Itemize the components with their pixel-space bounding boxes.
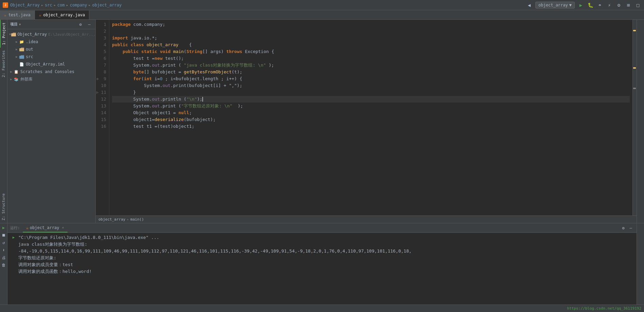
console-output: ▶"C:\Program Files\Java\jdk1.8.0_111\bin… (7, 233, 637, 305)
console-text-0: "C:\Program Files\Java\jdk1.8.0_111\bin\… (18, 234, 159, 241)
scratches-label: Scratches and Consoles (20, 69, 95, 74)
code-line-14: Object object1 = null; (112, 109, 630, 116)
svg-rect-2 (11, 33, 16, 36)
console-line-1: java class对象转换为字节数组: (10, 241, 634, 248)
tree-iml[interactable]: ▶ 📄 Object_Array.iml (7, 60, 95, 68)
structure-tab-bottom[interactable]: Z: Structure (0, 191, 7, 223)
layout-icon[interactable]: ⊞ (625, 2, 632, 8)
iml-label: Object_Array.iml (26, 62, 95, 67)
breadcrumb-root[interactable]: Object_Array (10, 3, 40, 7)
code-line-6: test t =new test(); (112, 55, 630, 62)
console-tab-icon: ☕ (26, 225, 29, 230)
code-container: 123▶4▶5678◇910▷111213141516 package com.… (96, 20, 637, 215)
code-line-3: import java.io.*; (112, 35, 630, 41)
line-number-3: 3 (96, 35, 109, 41)
line-number-2: 2 (96, 28, 109, 35)
editor-area: 123▶4▶5678◇910▷111213141516 package com.… (96, 20, 637, 223)
breadcrumb: Object_Array ▸ src ▸ com ▸ company ▸ obj… (10, 3, 122, 7)
code-line-2 (112, 28, 630, 35)
left-tabs: 1: Project 2: Favorites Z: Structure (0, 20, 7, 223)
folder-icon (11, 32, 16, 37)
sidebar-header: 项目 ▼ ⚙ — (7, 20, 95, 29)
tab-test[interactable]: ☕ test.java (0, 11, 35, 19)
console-line-2: -84,-19,0,5,115,114,0,16,99,111,109,46,9… (10, 248, 634, 255)
status-bar: https://blog.csdn.net/qq_36119192 (0, 305, 644, 312)
run-label: 运行: (10, 225, 20, 230)
console-settings-icon[interactable]: ⚙ (620, 225, 626, 231)
top-bar-left: J Object_Array ▸ src ▸ com ▸ company ▸ o… (3, 2, 122, 8)
bottom-right-icons (637, 223, 644, 305)
java-icon: ☕ (4, 13, 6, 17)
tree-idea[interactable]: ▶ 📁 .idea (7, 38, 95, 46)
code-line-11: } (112, 89, 630, 96)
breadcrumb-src[interactable]: src (45, 3, 52, 7)
code-line-13: System.out.print ("字节数组还原对象: \n" ); (112, 103, 630, 109)
debug-button[interactable]: 🐛 (587, 2, 594, 8)
console-text-2: -84,-19,0,5,115,114,0,16,99,111,109,46,9… (18, 248, 411, 255)
tree-src[interactable]: ▶ src (7, 53, 95, 60)
code-content[interactable]: package com.company;import java.io.*;pub… (109, 20, 632, 215)
right-indicator-bar (632, 20, 637, 215)
top-bar-right: ◀ object_array ▼ ▶ 🐛 ☂ ⚡ ⚙ ⊞ □ (526, 2, 641, 8)
sidebar: 项目 ▼ ⚙ — ▼ Object_Array E:\Java\Object_A… (7, 20, 96, 223)
out-icon (19, 47, 24, 52)
console-text-5: 调用对象的成员变量：test (18, 261, 73, 268)
tab-bar: ☕ test.java ☕ object_array.java (0, 10, 644, 20)
iml-icon: 📄 (19, 62, 24, 67)
sidebar-title-label: 项目 (10, 22, 18, 27)
run-icon[interactable]: ▶ (1, 225, 7, 231)
maximize-icon[interactable]: □ (634, 2, 641, 8)
line-number-10: 10 (96, 82, 109, 89)
console-text-1: java class对象转换为字节数组: (18, 241, 87, 248)
breadcrumb-com[interactable]: com (57, 3, 65, 7)
print-icon[interactable]: 🖨 (1, 255, 7, 261)
warning-indicator (633, 67, 636, 69)
console-tab[interactable]: ☕ object_array ✕ (23, 224, 68, 232)
svg-rect-4 (19, 56, 24, 59)
run-config-dropdown[interactable]: object_array ▼ (535, 2, 575, 8)
line-number-4: ▶4 (96, 41, 109, 48)
code-line-16: test t1 =(test)object1; (112, 123, 630, 130)
src-icon (19, 54, 24, 59)
profile-button[interactable]: ⚡ (606, 2, 613, 8)
root-label: Object_Array (17, 32, 47, 37)
console-tab-close[interactable]: ✕ (62, 226, 64, 229)
trash-icon[interactable]: 🗑 (1, 262, 7, 268)
status-url[interactable]: https://blog.csdn.net/qq_36119192 (567, 306, 641, 311)
horizontal-layout: 1: Project 2: Favorites Z: Structure 项目 … (0, 20, 644, 223)
code-line-12: System.out.println ("\n"); (112, 96, 630, 103)
main-content: ☕ test.java ☕ object_array.java 1: Proje… (0, 10, 644, 312)
project-tab[interactable]: 1: Project (0, 20, 7, 48)
src-label: src (26, 54, 95, 59)
favorites-tab[interactable]: 2: Favorites (0, 48, 7, 80)
bottom-panel: ▶ ⏹ ↺ ⬇ 🖨 🗑 运行: ☕ object_array ✕ ⚙ — ▶ (0, 223, 644, 305)
tab-object-array[interactable]: ☕ object_array.java (35, 11, 89, 19)
console-text-4: 字节数组还原对象: (18, 255, 56, 261)
navigate-back-icon[interactable]: ◀ (526, 2, 533, 8)
bookmark2-icon: ▷ (96, 89, 98, 96)
tab-test-label: test.java (8, 13, 31, 17)
tree-out[interactable]: ▶ out (7, 46, 95, 53)
bookmark-icon: ◇ (96, 75, 98, 82)
tree-external-libs[interactable]: ▶ 📚 外部库 (7, 75, 95, 83)
rerun-icon[interactable]: ↺ (1, 240, 7, 246)
breadcrumb-company[interactable]: company (70, 3, 87, 7)
dropdown-arrow[interactable]: ▼ (19, 23, 21, 26)
stop-icon[interactable]: ⏹ (1, 232, 7, 238)
scroll-end-icon[interactable]: ⬇ (1, 247, 7, 253)
run-button[interactable]: ▶ (577, 2, 584, 8)
tree-scratches[interactable]: ▶ 📋 Scratches and Consoles (7, 68, 95, 75)
tab-object-array-label: object_array.java (43, 13, 85, 17)
breadcrumb-file[interactable]: object_array (92, 3, 122, 7)
sidebar-actions: ⚙ — (77, 21, 93, 28)
tree-root[interactable]: ▼ Object_Array E:\Java\Object_Arr... (7, 31, 95, 38)
error-indicator (633, 30, 636, 31)
line-number-9: ◇9 (96, 75, 109, 82)
right-tabs (637, 20, 644, 223)
line-numbers: 123▶4▶5678◇910▷111213141516 (96, 20, 109, 215)
sidebar-settings-icon[interactable]: ⚙ (77, 21, 84, 28)
console-hide-icon[interactable]: — (628, 225, 634, 231)
sidebar-minimize-icon[interactable]: — (86, 21, 93, 28)
settings-icon[interactable]: ⚙ (615, 2, 622, 8)
coverage-button[interactable]: ☂ (596, 2, 603, 8)
